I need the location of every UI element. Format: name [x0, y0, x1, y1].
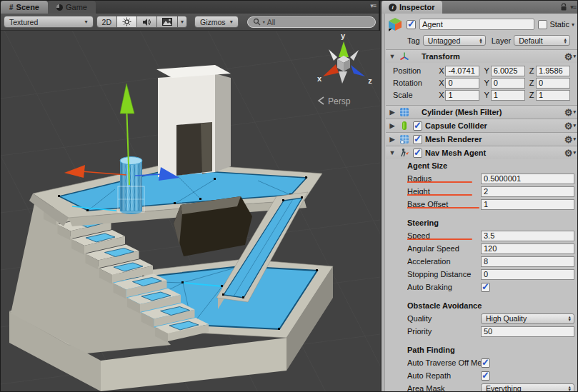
scene-toolbar: Textured ▾ 2D	[1, 14, 379, 31]
info-icon: i	[389, 4, 397, 11]
rotation-x-field[interactable]: 0	[445, 78, 479, 89]
audio-toggle-button[interactable]	[137, 16, 157, 28]
game-icon	[56, 4, 63, 11]
gameobject-enabled-checkbox[interactable]	[407, 20, 416, 29]
component-enabled-checkbox[interactable]	[413, 149, 422, 158]
chevron-down-icon: ▾	[230, 19, 233, 25]
render-mode-dropdown[interactable]: Textured ▾	[4, 16, 94, 28]
scene-panel: # Scene Game ▾≡ Textured ▾ 2D	[1, 1, 380, 392]
image-icon	[162, 18, 172, 26]
projection-label[interactable]: Persp	[328, 96, 351, 106]
position-x-field[interactable]: -4.0741	[445, 66, 479, 76]
2d-toggle-button[interactable]: 2D	[96, 16, 117, 28]
inspector-panel: i Inspector ▾≡	[382, 1, 578, 392]
static-label: Static	[549, 20, 569, 29]
gear-icon[interactable]: ⚙▾	[564, 51, 576, 62]
component-enabled-checkbox[interactable]	[413, 121, 422, 131]
speed-label: Speed	[407, 231, 481, 240]
arch-structure	[156, 65, 231, 177]
foldout-icon[interactable]: ▶	[389, 136, 396, 143]
mesh-renderer-icon	[399, 134, 410, 145]
radius-input[interactable]: 0.5000001	[481, 174, 574, 184]
area-mask-dropdown[interactable]: Everything▲▼	[481, 383, 574, 392]
tab-inspector[interactable]: i Inspector	[382, 1, 442, 14]
section-heading: Path Finding	[386, 343, 578, 356]
tab-inspector-label: Inspector	[399, 3, 435, 11]
auto-repath-checkbox[interactable]	[481, 371, 490, 381]
component-title: Nav Mesh Agent	[425, 149, 486, 157]
axis-x-label: x	[317, 74, 322, 83]
effects-toggle-button[interactable]	[157, 16, 178, 28]
effects-dropdown[interactable]: ▾	[178, 16, 187, 28]
agent-cylinder[interactable]	[118, 157, 144, 215]
component-header-meshrenderer[interactable]: ▶ Mesh Renderer ⚙▾	[386, 132, 578, 146]
static-dropdown-caret[interactable]: ▾	[572, 21, 574, 28]
auto-repath-row: Auto Repath	[386, 369, 578, 382]
scale-y-field[interactable]: 1	[491, 90, 525, 101]
foldout-icon[interactable]: ▼	[389, 53, 396, 60]
quality-dropdown[interactable]: High Quality▲▼	[481, 313, 574, 324]
gear-icon[interactable]: ⚙▾	[564, 107, 576, 118]
priority-input[interactable]: 50	[481, 326, 574, 337]
search-icon	[253, 18, 261, 26]
auto-traverse-row: Auto Traverse Off Mes	[386, 356, 578, 369]
position-y-field[interactable]: 6.0025	[491, 66, 525, 76]
gear-icon[interactable]: ⚙▾	[564, 134, 576, 145]
radius-row: Radius 0.5000001	[386, 172, 578, 185]
gear-icon[interactable]: ⚙▾	[564, 148, 576, 159]
component-header-meshfilter[interactable]: ▶ Cylinder (Mesh Filter) ⚙▾	[386, 105, 578, 119]
gameobject-name-field[interactable]: Agent	[419, 19, 534, 30]
speed-input[interactable]: 3.5	[481, 231, 574, 241]
scale-z-field[interactable]: 1	[536, 90, 570, 101]
lighting-toggle-button[interactable]	[117, 16, 137, 28]
position-row: Position X-4.0741 Y6.0025 Z1.9586	[386, 65, 574, 76]
gameobject-cube-icon[interactable]	[387, 16, 403, 32]
angular-speed-input[interactable]: 120	[481, 243, 574, 254]
angular-speed-row: Angular Speed 120	[386, 242, 578, 255]
tag-dropdown[interactable]: Untagged▲▼	[423, 35, 486, 46]
tab-game[interactable]: Game	[48, 1, 96, 14]
sun-icon	[122, 17, 131, 26]
acceleration-input[interactable]: 8	[481, 256, 574, 267]
transform-header[interactable]: ▼ Transform ⚙▾	[386, 49, 578, 63]
static-control[interactable]: Static ▾	[538, 20, 574, 29]
foldout-icon[interactable]: ▶	[389, 109, 396, 116]
component-enabled-checkbox[interactable]	[413, 135, 422, 144]
position-z-field[interactable]: 1.9586	[536, 66, 570, 76]
base-offset-row: Base Offset 1	[386, 198, 578, 211]
panel-menu-icon[interactable]: ▾≡	[370, 2, 376, 9]
tab-scene[interactable]: # Scene	[1, 1, 48, 14]
stopping-distance-row: Stopping Distance 0	[386, 268, 578, 281]
gear-icon[interactable]: ⚙▾	[564, 121, 576, 131]
component-title: Cylinder (Mesh Filter)	[422, 108, 502, 116]
component-header-navmeshagent[interactable]: ▼ Nav Mesh Agent ⚙▾	[386, 146, 578, 159]
rotation-row: Rotation X0 Y0 Z0	[386, 77, 574, 89]
speaker-icon	[142, 18, 151, 26]
scene-search-input[interactable]: ▾ All	[247, 16, 376, 28]
base-offset-input[interactable]: 1	[481, 199, 574, 210]
component-header-capsulecollider[interactable]: ▶ Capsule Collider ⚙▾	[386, 119, 578, 132]
render-mode-label: Textured	[9, 18, 38, 26]
static-checkbox[interactable]	[538, 20, 547, 29]
gizmos-dropdown[interactable]: Gizmos ▾	[194, 16, 239, 28]
auto-traverse-checkbox[interactable]	[481, 358, 490, 368]
scale-x-field[interactable]: 1	[445, 90, 479, 101]
auto-braking-row: Auto Braking	[386, 281, 578, 293]
inspector-menu-icon[interactable]: ▾≡	[570, 4, 576, 11]
search-filter-caret[interactable]: ▾	[263, 19, 265, 24]
nav-mesh-agent-icon	[399, 147, 410, 159]
scene-viewport[interactable]: y x z Persp	[1, 31, 380, 392]
rotation-z-field[interactable]: 0	[536, 78, 570, 89]
mesh-filter-icon	[399, 106, 410, 118]
height-input[interactable]: 2	[481, 186, 574, 197]
auto-braking-checkbox[interactable]	[481, 283, 490, 292]
inspector-edge	[382, 14, 385, 392]
foldout-icon[interactable]: ▶	[389, 122, 396, 129]
layer-dropdown[interactable]: Default▲▼	[514, 35, 570, 46]
stopping-distance-input[interactable]: 0	[481, 269, 574, 280]
foldout-icon[interactable]: ▼	[389, 149, 396, 156]
tab-scene-label: Scene	[16, 3, 39, 11]
transform-icon	[399, 51, 410, 62]
rotation-y-field[interactable]: 0	[491, 78, 525, 89]
lock-icon[interactable]	[560, 3, 567, 11]
